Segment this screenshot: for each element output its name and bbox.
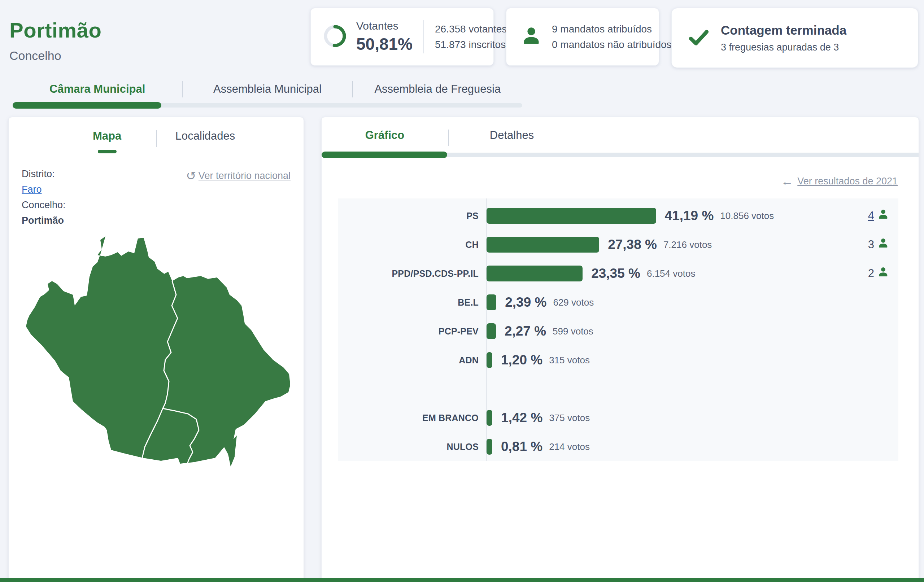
tab-assembleia-municipal[interactable]: Assembleia Municipal (183, 82, 352, 96)
turnout-details: 26.358 votantes 51.873 inscritos (435, 21, 507, 53)
party-label: EM BRANCO (338, 413, 478, 423)
content: Mapa Localidades Distrito: Faro Concelho… (8, 117, 919, 582)
tab-assembleia-de-freguesia[interactable]: Assembleia de Freguesia (353, 82, 522, 96)
map-panel: Mapa Localidades Distrito: Faro Concelho… (8, 117, 304, 582)
stat-cards: Votantes 50,81% 26.358 votantes 51.873 i… (310, 8, 918, 68)
result-bar (487, 294, 496, 310)
result-bar (487, 439, 492, 455)
result-bar (487, 323, 496, 339)
percent-value: 23,35 % (591, 266, 640, 281)
percent-value: 27,38 % (608, 237, 657, 252)
chart-row: EM BRANCO 1,42 % 375 votos (338, 403, 898, 432)
results-panel: Gráfico Detalhes ← Ver resultados de 202… (321, 117, 919, 582)
arrow-left-icon: ← (781, 174, 793, 188)
results-tab-active-indicator (322, 152, 447, 158)
results-2021-link[interactable]: Ver resultados de 2021 (797, 176, 898, 186)
voters-count: 26.358 votantes (435, 21, 507, 37)
mandates-cell: 4 (848, 209, 898, 223)
national-territory-link-label: Ver território nacional (198, 170, 290, 181)
district-label: Distrito: (21, 168, 66, 180)
back-row: ← Ver resultados de 2021 (322, 174, 898, 188)
mandates-card: 9 mandatos atribuídos 0 mandatos não atr… (506, 8, 659, 66)
page-subtitle: Concelho (9, 49, 101, 63)
turnout-label: Votantes (356, 20, 412, 32)
count-status-subtitle: 3 freguesias apuradas de 3 (721, 42, 846, 53)
mandates-count[interactable]: 4 (868, 209, 874, 222)
mandates-cell: 2 (848, 266, 898, 281)
person-icon (878, 266, 889, 281)
turnout-percent: 50,81% (356, 34, 412, 54)
results-chart: PS 41,19 % 10.856 votos 4 CH 27,38 % 7.2… (338, 198, 898, 461)
count-status-title: Contagem terminada (721, 23, 846, 38)
party-label: BE.L (338, 297, 478, 308)
national-territory-link[interactable]: ↺Ver território nacional (186, 168, 290, 183)
tab-mapa[interactable]: Mapa (58, 130, 156, 153)
chart-group-spacer (338, 374, 898, 403)
votes-value: 10.856 votos (720, 210, 774, 221)
mandates-details: 9 mandatos atribuídos 0 mandatos não atr… (552, 21, 672, 53)
municipality-value: Portimão (21, 215, 66, 226)
result-bar (487, 265, 582, 282)
main-tab-active-indicator (13, 102, 161, 109)
tab-localidades[interactable]: Localidades (157, 130, 254, 142)
party-label: PS (338, 211, 478, 221)
percent-value: 1,20 % (501, 353, 543, 368)
result-bar (487, 237, 599, 252)
main-tab-row: Câmara Municipal Assembleia Municipal As… (13, 81, 522, 97)
bar-zone: 41,19 % 10.856 votos (487, 208, 848, 224)
title-block: Portimão Concelho (9, 8, 101, 63)
mandates-cell: 3 (848, 237, 898, 252)
chart-row: ADN 1,20 % 315 votos (338, 346, 898, 374)
bar-zone: 23,35 % 6.154 votos (487, 265, 848, 282)
bar-zone: 2,39 % 629 votos (487, 294, 848, 310)
person-icon (878, 237, 889, 252)
mandates-unassigned: 0 mandatos não atribuídos (552, 37, 672, 52)
percent-value: 41,19 % (665, 208, 714, 223)
votes-value: 375 votos (549, 412, 590, 424)
bar-zone: 1,42 % 375 votos (487, 410, 848, 426)
votes-value: 214 votos (549, 441, 590, 452)
tab-detalhes[interactable]: Detalhes (449, 129, 575, 142)
district-link[interactable]: Faro (21, 184, 42, 195)
party-label: PPD/PSD.CDS-PP.IL (338, 269, 478, 279)
party-label: ADN (338, 355, 478, 366)
tab-mapa-label: Mapa (93, 130, 121, 142)
main-tabs: Câmara Municipal Assembleia Municipal As… (13, 81, 522, 107)
map-panel-tabs: Mapa Localidades (21, 130, 290, 153)
person-icon (878, 209, 889, 223)
party-label: CH (338, 239, 478, 250)
main-tab-track (13, 103, 522, 107)
bar-zone: 27,38 % 7.216 votos (487, 237, 848, 252)
count-status-card: Contagem terminada 3 freguesias apuradas… (672, 8, 918, 68)
municipality-label: Concelho: (21, 199, 66, 211)
chart-rows: PS 41,19 % 10.856 votos 4 CH 27,38 % 7.2… (338, 201, 898, 461)
chart-row: PS 41,19 % 10.856 votos 4 (338, 201, 898, 230)
municipality-map[interactable] (20, 233, 292, 474)
mandates-count: 3 (868, 238, 874, 251)
result-bar (487, 352, 492, 368)
result-bar (487, 410, 492, 426)
votes-value: 629 votos (553, 297, 594, 308)
percent-value: 0,81 % (501, 439, 543, 454)
bar-zone: 2,27 % 599 votos (487, 323, 848, 339)
map-outline (26, 236, 290, 467)
bar-zone: 1,20 % 315 votos (487, 352, 848, 368)
percent-value: 1,42 % (501, 410, 543, 425)
footer-accent-bar (0, 578, 924, 582)
results-panel-tabs: Gráfico Detalhes (322, 129, 592, 146)
turnout-main: Votantes 50,81% (356, 20, 412, 54)
header: Portimão Concelho Votantes 50,81% 26.358… (0, 0, 924, 68)
turnout-card: Votantes 50,81% 26.358 votantes 51.873 i… (310, 8, 494, 66)
chart-row: NULOS 0,81 % 214 votos (338, 432, 898, 461)
election-results-page: Portimão Concelho Votantes 50,81% 26.358… (0, 0, 924, 582)
result-bar (487, 208, 656, 224)
turnout-divider (423, 20, 424, 53)
votes-value: 6.154 votos (647, 268, 695, 279)
map-info: Distrito: Faro Concelho: Portimão ↺Ver t… (21, 168, 290, 231)
tab-camara-municipal[interactable]: Câmara Municipal (13, 82, 182, 96)
party-label: NULOS (338, 442, 478, 452)
votes-value: 599 votos (553, 326, 593, 337)
tab-grafico[interactable]: Gráfico (322, 129, 448, 142)
bar-zone: 0,81 % 214 votos (487, 439, 848, 455)
count-text: Contagem terminada 3 freguesias apuradas… (721, 23, 846, 53)
